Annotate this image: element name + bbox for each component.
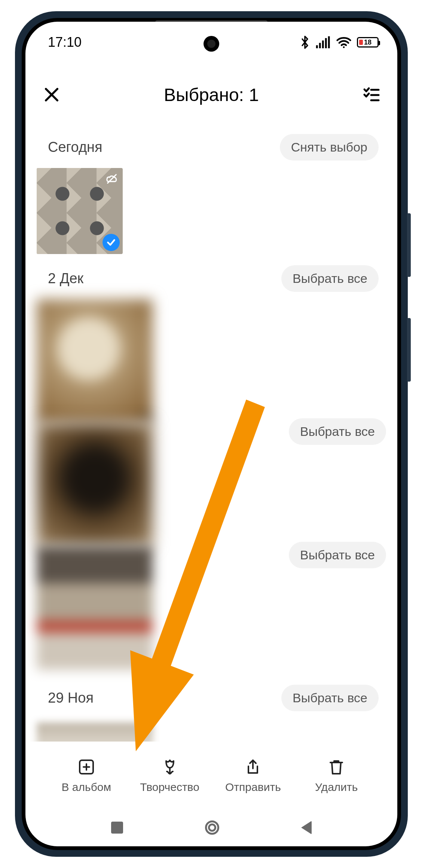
phone-frame: 17:10 18 bbox=[15, 11, 408, 857]
camera-hole bbox=[204, 36, 219, 52]
select-all-section-button[interactable]: Выбрать все bbox=[289, 542, 386, 568]
section-header-2dec: 2 Дек Выбрать все bbox=[37, 254, 386, 299]
content-area: Сегодня Снять выбор bbox=[25, 123, 397, 786]
home-button[interactable] bbox=[205, 820, 219, 835]
toolbar-label: Удалить bbox=[315, 781, 358, 794]
svg-rect-2 bbox=[322, 40, 324, 48]
creativity-button[interactable]: Творчество bbox=[132, 757, 207, 794]
selected-checkmark-icon bbox=[103, 234, 120, 251]
section-header-29nov: 29 Ноя Выбрать все bbox=[37, 673, 386, 719]
toolbar-label: В альбом bbox=[61, 781, 111, 794]
phone-bezel: 17:10 18 bbox=[22, 18, 401, 850]
volume-up-button bbox=[407, 213, 411, 277]
back-button[interactable] bbox=[301, 821, 312, 834]
svg-rect-4 bbox=[328, 36, 330, 48]
date-label: 29 Ноя bbox=[48, 690, 94, 706]
page-title: Выбрано: 1 bbox=[164, 85, 259, 105]
deselect-button[interactable]: Снять выбор bbox=[280, 134, 379, 161]
system-nav-bar bbox=[25, 809, 397, 846]
date-label: 2 Дек bbox=[48, 271, 83, 287]
app-bar: Выбрано: 1 bbox=[25, 74, 397, 115]
send-button[interactable]: Отправить bbox=[215, 757, 290, 794]
screen: 17:10 18 bbox=[25, 22, 397, 846]
recents-button[interactable] bbox=[111, 822, 123, 834]
bottom-toolbar: В альбом Творчество Отправить bbox=[25, 742, 397, 809]
share-icon bbox=[243, 757, 263, 777]
toolbar-label: Отправить bbox=[225, 781, 281, 794]
svg-rect-0 bbox=[316, 45, 318, 48]
svg-rect-3 bbox=[325, 38, 327, 48]
bluetooth-icon bbox=[299, 34, 311, 50]
photo-thumbnail[interactable] bbox=[37, 299, 153, 423]
creativity-icon bbox=[160, 757, 180, 777]
select-all-section-button[interactable]: Выбрать все bbox=[289, 418, 386, 445]
photo-thumbnail[interactable] bbox=[37, 168, 123, 254]
battery-icon: 18 bbox=[357, 37, 379, 48]
photo-thumbnail[interactable] bbox=[37, 423, 153, 546]
photo-thumbnail[interactable] bbox=[37, 546, 153, 670]
svg-point-5 bbox=[343, 46, 345, 48]
svg-rect-1 bbox=[319, 43, 321, 48]
signal-icon bbox=[316, 36, 331, 48]
trash-icon bbox=[326, 757, 346, 777]
battery-percent: 18 bbox=[358, 39, 377, 46]
add-to-album-button[interactable]: В альбом bbox=[49, 757, 124, 794]
cloud-off-icon bbox=[105, 172, 119, 186]
add-to-album-icon bbox=[76, 757, 97, 777]
wifi-icon bbox=[336, 36, 352, 48]
select-all-section-button[interactable]: Выбрать все bbox=[281, 265, 379, 292]
volume-down-button bbox=[407, 318, 411, 382]
close-button[interactable] bbox=[40, 83, 63, 106]
status-time: 17:10 bbox=[48, 34, 82, 50]
select-all-button[interactable] bbox=[360, 83, 382, 106]
delete-button[interactable]: Удалить bbox=[299, 757, 374, 794]
toolbar-label: Творчество bbox=[140, 781, 199, 794]
section-header-today: Сегодня Снять выбор bbox=[37, 123, 386, 168]
date-label: Сегодня bbox=[48, 139, 103, 155]
select-all-section-button[interactable]: Выбрать все bbox=[281, 685, 379, 711]
